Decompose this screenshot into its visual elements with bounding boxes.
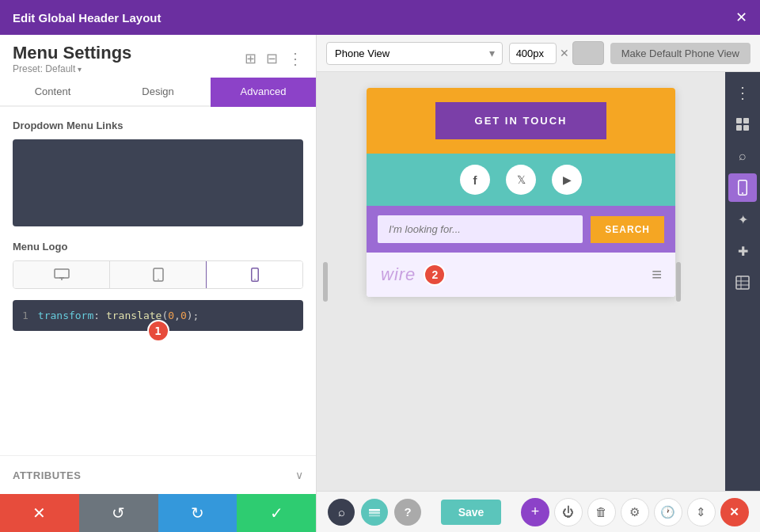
code-content: transform: translate(0,0); [38,310,200,321]
power-button[interactable]: ⏻ [554,498,583,526]
right-sidebar: ⋮ ⌕ ✦ ✚ [725,72,760,491]
facebook-icon[interactable]: f [460,165,490,195]
redo-button[interactable]: ↻ [158,494,238,532]
tablet-view-button[interactable] [110,261,207,288]
svg-rect-7 [736,118,742,124]
preview-frame: GET IN TOUCH f 𝕏 ▶ SEARCH [367,88,675,297]
close-tool-button[interactable]: ✕ [720,498,749,526]
attributes-chevron-icon: ∨ [295,469,303,481]
save-button[interactable]: Save [441,500,502,525]
view-select[interactable]: Phone View Tablet View Desktop View [326,42,503,65]
right-top-bar: Phone View Tablet View Desktop View ▾ ✕ … [317,35,760,72]
px-input[interactable] [509,43,557,64]
panel-preset[interactable]: Preset: Default ▾ [13,63,131,74]
desktop-icon [54,268,70,281]
hero-section: GET IN TOUCH [367,88,675,154]
color-swatch [572,41,604,65]
layers-tool-button[interactable] [361,499,388,526]
left-resize-handle[interactable] [323,262,328,302]
search-preview-button[interactable]: SEARCH [591,216,664,243]
svg-point-6 [254,279,256,280]
panel-title: Menu Settings [13,43,131,63]
preset-arrow-icon: ▾ [78,65,82,74]
cancel-button[interactable]: ✕ [0,494,79,532]
svg-point-4 [158,279,159,280]
dropdown-links-preview [13,139,303,226]
mobile-view-button[interactable] [206,260,303,289]
preview-area: GET IN TOUCH f 𝕏 ▶ SEARCH [317,72,725,491]
sidebar-table-icon[interactable] [728,268,757,297]
tab-bar: Content Design Advanced [0,78,316,107]
add-element-button[interactable]: + [521,498,549,526]
svg-rect-8 [743,118,749,124]
twitter-icon[interactable]: 𝕏 [506,165,536,195]
sidebar-more-icon[interactable]: ⋮ [728,78,757,107]
mobile-icon [251,268,259,282]
delete-button[interactable]: 🗑 [587,498,616,526]
bottom-right-tools: + ⏻ 🗑 ⚙ 🕐 ⇕ ✕ [521,498,749,526]
svg-rect-0 [55,269,69,278]
modal-header: Edit Global Header Layout ✕ [0,0,760,35]
youtube-icon[interactable]: ▶ [552,165,582,195]
device-selector [13,260,303,289]
search-row: SEARCH [367,206,675,253]
tab-advanced[interactable]: Advanced [211,78,316,107]
logo-row: wire 2 ≡ [367,253,675,297]
undo-button[interactable]: ↺ [79,494,158,532]
get-in-touch-button[interactable]: GET IN TOUCH [435,102,607,139]
sidebar-sparkle-icon[interactable]: ✦ [728,205,757,234]
logo-area: wire 2 [381,264,446,286]
code-editor: 1 transform: translate(0,0); 1 [13,300,303,331]
error-badge-2: 2 [424,264,446,286]
expand-icon[interactable]: ⊞ [245,50,256,67]
right-resize-handle[interactable] [676,262,681,302]
history-button[interactable]: 🕐 [654,498,682,526]
attributes-section: Attributes ∨ [0,455,316,494]
clear-px-button[interactable]: ✕ [560,47,569,59]
modal-close-button[interactable]: ✕ [735,9,747,26]
search-tool-button[interactable]: ⌕ [328,499,355,526]
svg-rect-10 [743,125,749,131]
bottom-toolbar: ✕ ↺ ↻ ✓ [0,494,316,532]
menu-logo-label: Menu Logo [13,241,303,253]
help-tool-button[interactable]: ? [394,499,421,526]
bottom-action-bar: ⌕ ? Save + ⏻ 🗑 ⚙ 🕐 ⇕ ✕ [317,491,760,532]
svg-rect-9 [736,125,742,131]
svg-rect-17 [369,509,380,511]
svg-rect-13 [736,276,749,289]
columns-icon[interactable]: ⊟ [266,50,278,67]
hamburger-icon[interactable]: ≡ [652,264,661,285]
tab-design[interactable]: Design [105,78,211,107]
settings-button[interactable]: ⚙ [621,498,649,526]
svg-point-12 [742,192,743,194]
dropdown-links-label: Dropdown Menu Links [13,120,303,131]
sidebar-mobile-icon[interactable] [728,173,757,202]
modal-title: Edit Global Header Layout [13,11,162,25]
svg-rect-19 [369,515,380,517]
social-row: f 𝕏 ▶ [367,154,675,206]
attributes-title: Attributes [13,469,81,481]
sidebar-grid-icon[interactable] [728,110,757,139]
view-select-wrapper: Phone View Tablet View Desktop View ▾ [326,42,503,65]
sidebar-search-icon[interactable]: ⌕ [728,142,757,170]
bottom-left-tools: ⌕ ? [328,499,421,526]
logo-text: wire [381,264,416,285]
make-default-button[interactable]: Make Default Phone View [610,43,750,64]
svg-rect-18 [369,511,380,514]
px-input-area: ✕ [509,41,604,65]
attributes-header[interactable]: Attributes ∨ [13,469,303,481]
tab-content[interactable]: Content [0,78,105,107]
sidebar-plus-icon[interactable]: ✚ [728,237,757,265]
line-number: 1 [22,310,28,321]
error-badge-1: 1 [147,320,169,342]
confirm-button[interactable]: ✓ [237,494,316,532]
search-preview-input[interactable] [378,215,583,243]
resize-button[interactable]: ⇕ [687,498,716,526]
desktop-view-button[interactable] [13,261,110,288]
tablet-icon [153,268,164,282]
more-options-icon[interactable]: ⋮ [287,49,303,68]
